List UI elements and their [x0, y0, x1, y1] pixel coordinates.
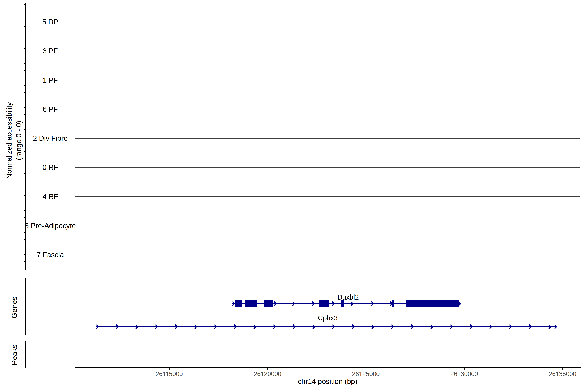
track-baseline [75, 226, 580, 226]
accessibility-axis-minor-tick [24, 34, 26, 34]
accessibility-axis-minor-tick [24, 12, 26, 12]
accessibility-axis-minor-tick [24, 107, 26, 108]
x-axis-tick [267, 368, 268, 370]
strand-direction-arrow-icon [290, 301, 295, 306]
strand-direction-arrow-icon [370, 324, 374, 329]
accessibility-axis-minor-tick [24, 48, 26, 49]
accessibility-axis-minor-tick [24, 85, 26, 86]
strand-direction-arrow-icon [134, 324, 138, 329]
peaks-section-label: Peaks [10, 344, 19, 365]
x-axis-tick-label: 26130000 [450, 370, 478, 378]
accessibility-axis-minor-tick [24, 78, 26, 78]
y-axis-label-line2: (range 0 - 0) [14, 102, 24, 179]
track-baseline [75, 109, 580, 110]
accessibility-axis-minor-tick [24, 114, 26, 115]
accessibility-axis-minor-tick [24, 41, 26, 42]
peaks-axis-line [26, 341, 26, 368]
strand-direction-arrow-icon [527, 324, 532, 329]
x-axis-line [75, 367, 581, 368]
gene-name-label: Cphx3 [318, 314, 338, 322]
gene-name-label: Duxbl2 [338, 293, 359, 301]
strand-direction-arrow-icon [192, 324, 198, 329]
coverage-plot-figure: Normalized accessibility (range 0 - 0) 5… [0, 0, 588, 392]
genes-axis-line [26, 278, 26, 335]
track-label: 8 Pre-Adipocyte [25, 222, 76, 230]
track-label: 6 PF [43, 105, 58, 113]
strand-direction-arrow-icon [409, 324, 414, 329]
track-baseline [75, 22, 580, 22]
accessibility-axis-minor-tick [24, 129, 26, 130]
accessibility-axis-minor-tick [24, 181, 26, 181]
strand-direction-arrow-icon [350, 324, 355, 329]
strand-direction-arrow-icon [271, 324, 276, 329]
accessibility-axis-minor-tick [24, 26, 26, 27]
accessibility-axis-minor-tick [24, 203, 26, 203]
accessibility-axis-minor-tick [24, 151, 26, 152]
accessibility-axis-minor-tick [24, 173, 26, 174]
x-axis-tick-label: 26135000 [549, 370, 576, 378]
gene-exon-block [392, 300, 394, 308]
accessibility-axis-minor-tick [24, 70, 26, 71]
strand-direction-arrow-icon [547, 324, 552, 329]
x-axis-tick-label: 26125000 [352, 370, 380, 378]
y-axis-label-line1: Normalized accessibility [4, 102, 14, 179]
strand-direction-arrow-icon [291, 324, 296, 329]
y-axis-label: Normalized accessibility (range 0 - 0) [4, 102, 24, 179]
strand-direction-arrow-icon [369, 301, 374, 306]
track-label: 1 PF [43, 76, 58, 84]
track-baseline [75, 80, 580, 80]
gene-exon-block [432, 300, 459, 308]
strand-direction-arrow-icon [330, 301, 335, 306]
accessibility-axis-minor-tick [24, 92, 26, 93]
strand-direction-arrow-icon [488, 324, 492, 329]
strand-direction-arrow-icon [310, 301, 315, 306]
track-label: 2 Div Fibro [33, 134, 68, 142]
accessibility-axis-minor-tick [24, 210, 26, 210]
track-baseline [75, 167, 580, 168]
strand-direction-arrow-icon [173, 324, 178, 329]
strand-direction-arrow-icon [468, 324, 473, 329]
accessibility-axis-minor-tick [24, 195, 26, 196]
x-axis-title: chr14 position (bp) [298, 377, 357, 386]
genes-section-label: Genes [10, 296, 19, 318]
accessibility-axis-minor-tick [24, 188, 26, 188]
strand-direction-arrow-icon [311, 324, 316, 329]
track-label: 3 PF [43, 47, 58, 55]
strand-direction-arrow-icon [212, 324, 217, 329]
strand-direction-arrow-icon [448, 324, 453, 329]
accessibility-axis-minor-tick [24, 254, 26, 255]
track-baseline [75, 138, 580, 138]
track-label: 5 DP [42, 18, 58, 26]
strand-direction-arrow-icon [389, 324, 394, 329]
strand-direction-arrow-icon [428, 324, 434, 329]
strand-direction-arrow-icon [507, 324, 512, 329]
gene-exon-block [264, 300, 273, 308]
track-label: 4 RF [42, 192, 58, 201]
gene-exon-block [235, 300, 242, 308]
accessibility-axis-minor-tick [24, 218, 26, 218]
accessibility-axis-minor-tick [24, 144, 26, 144]
accessibility-axis-minor-tick [24, 56, 26, 56]
accessibility-axis-minor-tick [24, 136, 26, 137]
strand-direction-arrow-icon [94, 324, 99, 329]
strand-direction-arrow-icon [252, 324, 256, 329]
strand-direction-arrow-icon [230, 301, 235, 306]
track-baseline [75, 196, 580, 197]
strand-direction-arrow-icon [349, 301, 354, 306]
x-axis-tick [464, 368, 464, 370]
strand-direction-arrow-icon [114, 324, 119, 329]
strand-direction-arrow-icon [232, 324, 237, 329]
track-baseline [75, 51, 580, 51]
track-label: 7 Fascia [37, 251, 64, 259]
x-axis-tick-label: 26120000 [254, 370, 281, 378]
track-label: 0 RF [42, 163, 58, 172]
accessibility-axis-minor-tick [24, 19, 26, 20]
accessibility-axis-minor-tick [24, 166, 26, 166]
gene-exon-block [245, 300, 256, 308]
gene-exon-block [406, 300, 432, 308]
accessibility-axis-minor-tick [24, 63, 26, 64]
accessibility-axis-minor-tick [24, 100, 26, 100]
accessibility-axis-minor-tick [24, 4, 26, 5]
accessibility-axis-minor-tick [24, 232, 26, 232]
accessibility-axis-minor-tick [24, 158, 26, 159]
